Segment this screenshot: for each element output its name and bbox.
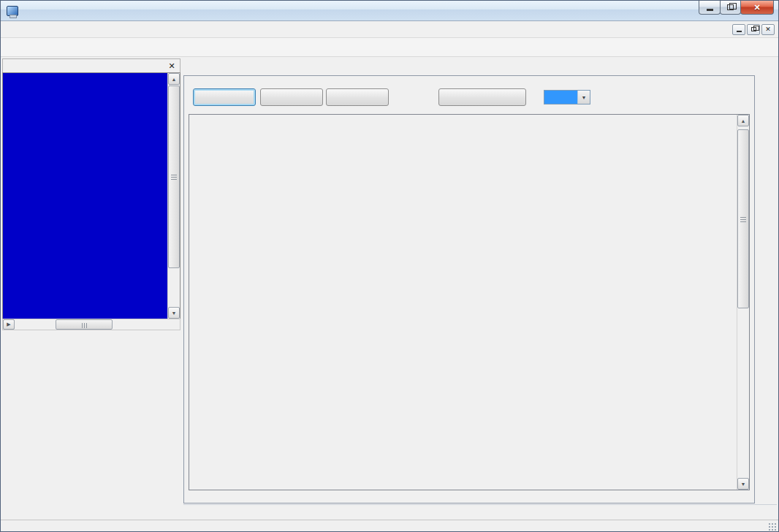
sidebar-header: ✕ bbox=[2, 58, 180, 73]
ok-button[interactable] bbox=[193, 88, 256, 106]
mdi-restore-icon bbox=[751, 27, 756, 31]
title-bar: ✕ bbox=[1, 1, 778, 21]
window-controls: ✕ bbox=[699, 1, 774, 15]
scroll-right-icon[interactable]: ▶ bbox=[3, 319, 15, 330]
cancel-button[interactable] bbox=[260, 88, 323, 106]
minimize-icon bbox=[707, 9, 713, 11]
table-select-combobox[interactable]: ▼ bbox=[544, 90, 590, 104]
minimize-button[interactable] bbox=[699, 1, 721, 15]
table-vertical-scrollbar[interactable]: ▲ ▼ bbox=[737, 115, 749, 490]
dial-plan-table: ▲ ▼ bbox=[189, 114, 750, 490]
toolbar bbox=[1, 38, 778, 57]
auto-assign-button[interactable] bbox=[438, 88, 526, 106]
sidebar-close-icon[interactable]: ✕ bbox=[167, 61, 177, 71]
system-menu-sidebar: ✕ ▲ ▼ ◀ ▶ bbox=[2, 58, 180, 518]
mdi-close-icon: ✕ bbox=[765, 26, 771, 33]
mdi-restore-button[interactable] bbox=[747, 24, 760, 35]
content-footer bbox=[183, 504, 777, 518]
close-icon: ✕ bbox=[753, 3, 760, 12]
apply-button[interactable] bbox=[326, 88, 389, 106]
mdi-window-controls: ✕ bbox=[732, 24, 778, 35]
table-select-value bbox=[544, 91, 577, 104]
action-button-row: ▼ bbox=[193, 88, 590, 107]
tree-scrollbar-thumb[interactable] bbox=[168, 86, 180, 268]
menu-bar: ✕ bbox=[1, 21, 778, 38]
mdi-minimize-icon bbox=[737, 31, 742, 32]
close-button[interactable]: ✕ bbox=[740, 1, 774, 15]
app-icon bbox=[7, 6, 18, 16]
status-bar bbox=[1, 520, 778, 532]
restore-button[interactable] bbox=[720, 1, 741, 15]
tree-hscrollbar-thumb[interactable] bbox=[56, 319, 113, 330]
scroll-up-icon[interactable]: ▲ bbox=[168, 73, 180, 85]
table-header-row bbox=[189, 115, 636, 132]
table-scrollbar-thumb[interactable] bbox=[737, 129, 749, 308]
mdi-minimize-button[interactable] bbox=[732, 24, 745, 35]
main-area: ✕ ▲ ▼ ◀ ▶ bbox=[1, 57, 778, 520]
chevron-down-icon[interactable]: ▼ bbox=[577, 91, 590, 104]
scroll-down-icon[interactable]: ▼ bbox=[737, 478, 749, 490]
menu-items bbox=[1, 21, 4, 37]
tab-bar bbox=[183, 58, 777, 75]
tree-horizontal-scrollbar[interactable]: ◀ ▶ bbox=[2, 319, 180, 330]
content-area: ▼ ▲ ▼ bbox=[183, 58, 777, 518]
resize-grip-icon[interactable] bbox=[768, 522, 777, 531]
restore-icon bbox=[727, 4, 734, 10]
scroll-up-icon[interactable]: ▲ bbox=[737, 115, 749, 126]
scroll-down-icon[interactable]: ▼ bbox=[168, 307, 180, 319]
mdi-close-button[interactable]: ✕ bbox=[761, 24, 775, 35]
application-window: ✕ ✕ ✕ ▲ ▼ ◀ bbox=[0, 0, 779, 532]
dial-plan-panel: ▼ ▲ ▼ bbox=[183, 75, 755, 503]
navigation-tree: ▲ ▼ bbox=[2, 72, 180, 319]
tree-vertical-scrollbar[interactable]: ▲ ▼ bbox=[167, 73, 180, 319]
